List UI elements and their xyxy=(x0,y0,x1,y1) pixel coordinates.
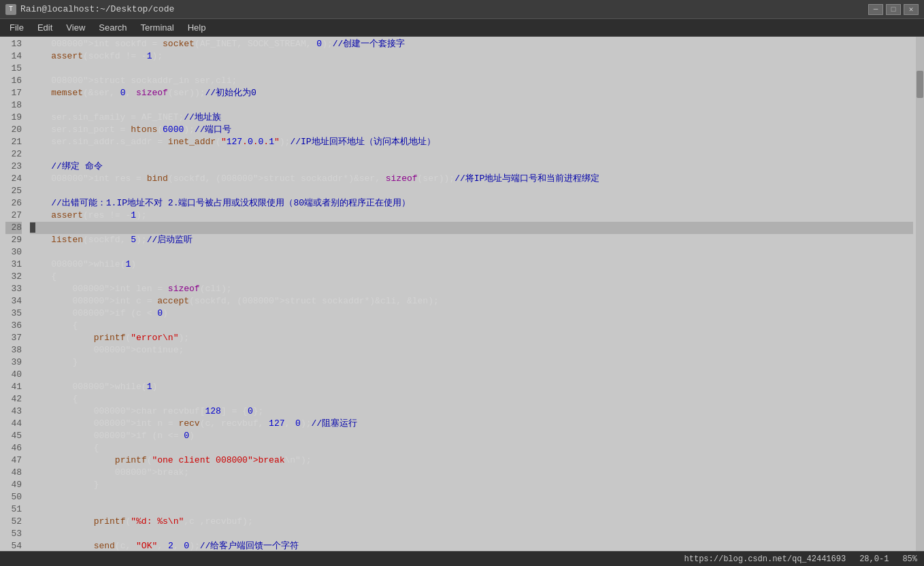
line-number: 19 xyxy=(5,112,22,124)
line-number: 53 xyxy=(5,528,22,540)
code-line xyxy=(30,148,913,161)
code-line: 008000">continue; xyxy=(30,344,913,356)
line-number: 18 xyxy=(5,99,22,112)
line-number: 51 xyxy=(5,503,22,516)
line-number: 15 xyxy=(5,63,22,75)
title-bar-left: T Rain@localhost:~/Desktop/code xyxy=(5,4,174,15)
line-number: 38 xyxy=(5,344,22,356)
line-number: 33 xyxy=(5,283,22,295)
code-line: ser.sin_family = AF_INET;//地址族 xyxy=(30,112,913,124)
code-content[interactable]: 008000">int sockfd = socket(AF_INET, SOC… xyxy=(27,37,916,551)
line-number: 32 xyxy=(5,271,22,283)
line-number: 43 xyxy=(5,405,22,418)
menu-bar: FileEditViewSearchTerminalHelp xyxy=(0,19,924,37)
line-number: 21 xyxy=(5,136,22,148)
code-line: 008000">int len = sizeof(cli); xyxy=(30,283,913,295)
line-number: 46 xyxy=(5,442,22,454)
terminal-icon: T xyxy=(5,4,16,15)
line-number: 16 xyxy=(5,75,22,87)
menu-item-edit[interactable]: Edit xyxy=(31,21,59,34)
line-number: 13 xyxy=(5,38,22,50)
code-line xyxy=(30,99,913,112)
line-number: 40 xyxy=(5,369,22,381)
code-line xyxy=(30,369,913,381)
code-line: { xyxy=(30,320,913,332)
line-number: 48 xyxy=(5,467,22,479)
line-number: 50 xyxy=(5,491,22,503)
line-number: 25 xyxy=(5,185,22,197)
menu-item-help[interactable]: Help xyxy=(181,21,213,34)
code-line: } xyxy=(30,479,913,491)
code-line: printf("one client 008000">break\n"); xyxy=(30,454,913,467)
scrollbar[interactable] xyxy=(916,37,924,551)
code-line xyxy=(30,503,913,516)
code-line: 008000">int res = bind(sockfd, (008000">… xyxy=(30,173,913,185)
line-number: 42 xyxy=(5,393,22,405)
menu-item-file[interactable]: File xyxy=(3,21,31,34)
line-number: 20 xyxy=(5,124,22,136)
menu-item-search[interactable]: Search xyxy=(92,21,133,34)
line-number: 24 xyxy=(5,173,22,185)
code-line: 008000">if (n <= 0) xyxy=(30,430,913,442)
code-line: listen(sockfd, 5);//启动监听 xyxy=(30,234,913,246)
code-line: ser.sin_addr.s_addr = inet_addr("127.0.0… xyxy=(30,136,913,148)
line-number: 22 xyxy=(5,148,22,161)
line-number: 41 xyxy=(5,381,22,393)
code-line: printf("error\n"); xyxy=(30,332,913,344)
code-line: 008000">struct sockaddr_in ser,cli; xyxy=(30,75,913,87)
code-line: memset(&ser, 0, sizeof(ser));//初始化为0 xyxy=(30,87,913,99)
code-line: 008000">int c = accept(sockfd, (008000">… xyxy=(30,295,913,307)
status-url: https://blog.csdn.net/qq_42441693 xyxy=(684,554,846,564)
maximize-button[interactable]: □ xyxy=(886,4,901,15)
window-title: Rain@localhost:~/Desktop/code xyxy=(20,4,174,14)
line-number: 52 xyxy=(5,516,22,528)
line-number: 23 xyxy=(5,161,22,173)
code-line: 008000">char recvbuf[128] = {0}; xyxy=(30,405,913,418)
code-line: { xyxy=(30,442,913,454)
menu-item-view[interactable]: View xyxy=(59,21,92,34)
code-line xyxy=(30,63,913,75)
line-number: 36 xyxy=(5,320,22,332)
line-number: 28 xyxy=(5,222,22,234)
line-number: 37 xyxy=(5,332,22,344)
line-number: 31 xyxy=(5,259,22,271)
code-line: assert(sockfd != -1); xyxy=(30,50,913,63)
code-line: send(c, "OK", 2, 0);//给客户端回馈一个字符 xyxy=(30,540,913,551)
menu-item-terminal[interactable]: Terminal xyxy=(134,21,181,34)
code-line: 008000">if (c < 0) xyxy=(30,307,913,320)
code-line: //出错可能：1.IP地址不对 2.端口号被占用或没权限使用（80端或者别的程序… xyxy=(30,197,913,210)
code-line: 008000">break; xyxy=(30,467,913,479)
code-line: 008000">int sockfd = socket(AF_INET, SOC… xyxy=(30,38,913,50)
code-line: assert(res != -1); xyxy=(30,210,913,222)
code-line: 008000">while(1) xyxy=(30,259,913,271)
code-line xyxy=(30,528,913,540)
line-number: 29 xyxy=(5,234,22,246)
status-position: 28,0-1 xyxy=(859,554,889,564)
code-line: 008000">int n = recv(c, recvbuf, 127, 0)… xyxy=(30,418,913,430)
scrollbar-thumb[interactable] xyxy=(917,71,923,98)
line-number: 44 xyxy=(5,418,22,430)
line-number: 54 xyxy=(5,540,22,551)
status-percent: 85% xyxy=(902,554,917,564)
close-button[interactable]: ✕ xyxy=(904,4,919,15)
code-line: } xyxy=(30,356,913,369)
line-number: 49 xyxy=(5,479,22,491)
code-line: //绑定 命令 xyxy=(30,161,913,173)
code-line xyxy=(30,185,913,197)
line-number: 45 xyxy=(5,430,22,442)
line-number: 35 xyxy=(5,307,22,320)
code-line xyxy=(30,491,913,503)
editor-area: 1314151617181920212223242526272829303132… xyxy=(0,37,924,551)
code-line xyxy=(30,222,913,234)
line-number: 47 xyxy=(5,454,22,467)
line-number: 39 xyxy=(5,356,22,369)
code-line: { xyxy=(30,271,913,283)
line-number: 14 xyxy=(5,50,22,63)
code-line: { xyxy=(30,393,913,405)
line-number: 27 xyxy=(5,210,22,222)
minimize-button[interactable]: ─ xyxy=(868,4,883,15)
line-number: 34 xyxy=(5,295,22,307)
code-line: ser.sin_port = htons(6000);//端口号 xyxy=(30,124,913,136)
line-number: 26 xyxy=(5,197,22,210)
code-line: printf("%d: %s\n",c ,recvbuf); xyxy=(30,516,913,528)
